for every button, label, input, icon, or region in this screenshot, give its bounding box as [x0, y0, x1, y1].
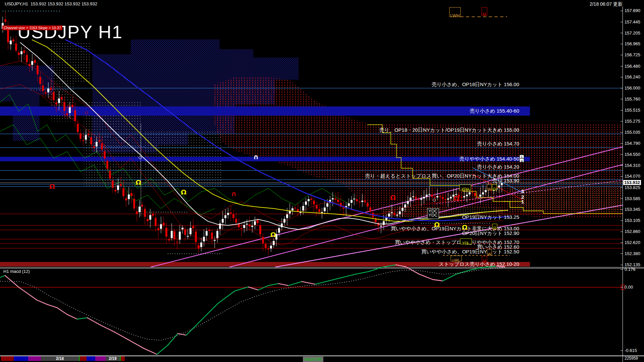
- level-annotation: 売り小さめ、OP18日NYカット 156.00: [432, 81, 519, 87]
- price-tick-label: 156.725: [625, 52, 640, 57]
- macd-main-line: [288, 282, 302, 286]
- session-segment: [79, 356, 80, 361]
- macd-main-line: [19, 287, 37, 300]
- marker-box-label: M: [483, 259, 486, 263]
- mt4-chart-window: ΩΩΩΩΩΩΩΩ∩∩売り小さめ、OP18日NYカット 156.00売り、OP18…: [0, 0, 644, 362]
- marker-box-label: 4: [521, 159, 523, 163]
- price-tick-label: 155.515: [625, 108, 640, 113]
- marker-box-label: D: [493, 226, 496, 230]
- macd-main-line: [419, 274, 433, 280]
- price-tick-label: 157.690: [625, 8, 640, 13]
- band-annotation: 売りやや小さめ 154.40-50: [460, 156, 519, 162]
- level-annotation: OP20日NYカット 152.90: [462, 230, 519, 236]
- price-tick-label: 156.000: [625, 85, 640, 90]
- session-segment: [121, 356, 125, 361]
- macd-main-line: [0, 276, 5, 278]
- session-date-label: 2/19: [109, 356, 117, 361]
- symbol-ohlc-title: USDJPY,H1 153.932 153.932 153.932 153.93…: [5, 1, 97, 6]
- macd-main-line: [258, 286, 268, 290]
- price-tick-label: 152.135: [625, 262, 640, 267]
- price-tick-label: 157.205: [625, 31, 640, 36]
- price-tick-label: 154.070: [625, 174, 640, 179]
- price-tick-label: 152.860: [625, 229, 640, 234]
- macd-main-line: [87, 318, 101, 325]
- macd-main-line: [456, 270, 470, 274]
- level-annotation: 売り、OP18・20日NYカット/OP19日NYカット大きめ 155.00: [379, 127, 519, 133]
- macd-main-line: [406, 267, 419, 274]
- session-segment: [87, 356, 95, 361]
- omega-mark: Ω: [136, 178, 141, 186]
- marker-box-label: M: [483, 12, 486, 17]
- price-tick-label: 155.760: [625, 97, 640, 102]
- macd-main-line: [67, 314, 77, 319]
- marker-box-label: LWL: [452, 258, 460, 262]
- macd-main-line: [186, 320, 201, 335]
- price-tick-label: 154.550: [625, 152, 640, 157]
- session-segment: [120, 356, 121, 361]
- tick-counter: 225959: [625, 356, 638, 361]
- session-segment: [14, 356, 28, 361]
- price-tick-label: 152.380: [625, 251, 640, 256]
- price-tick-label: 152.620: [625, 240, 640, 245]
- price-tick-label: 157.445: [625, 19, 640, 24]
- macd-main-line: [144, 349, 157, 354]
- price-tick-label: 155.275: [625, 119, 640, 124]
- macd-main-line: [302, 282, 315, 284]
- macd-main-line: [47, 304, 57, 308]
- macd-tick-label: -0.615: [625, 348, 637, 353]
- macd-panel: [0, 265, 644, 356]
- price-tick-label: 153.825: [625, 185, 640, 190]
- price-tick-label: 156.240: [625, 74, 640, 79]
- session-date-label: 2/18: [56, 356, 64, 361]
- update-timestamp: 2/18 06:07 更新: [590, 1, 623, 7]
- price-tick-label: 153.105: [625, 218, 640, 223]
- omega-mark: Ω: [49, 182, 55, 190]
- symbol-watermark: USDJPY H1: [17, 21, 123, 42]
- pivot-number: 1: [521, 199, 524, 204]
- macd-main-line: [268, 284, 278, 286]
- marker-box-label: W: [488, 187, 491, 191]
- omega-mark: Ω: [390, 193, 396, 201]
- session-bar[interactable]: 2/182/19: [1, 356, 125, 361]
- macd-main-line: [201, 303, 218, 320]
- macd-main-line: [329, 278, 342, 281]
- macd-main-line: [77, 318, 87, 319]
- session-segment: [28, 356, 41, 361]
- marker-box-label: YDC: [428, 213, 437, 218]
- channel-info-label: Channel size = 1163 Slope = 10.37: [2, 25, 62, 30]
- macd-main-line: [356, 272, 369, 274]
- band-annotation: 売り小さめ 155.40-60: [470, 108, 519, 114]
- level-annotation: 売り小さめ 154.20: [477, 164, 519, 170]
- macd-main-line: [443, 274, 456, 281]
- price-tick-label: 156.965: [625, 41, 640, 46]
- chart-canvas[interactable]: ΩΩΩΩΩΩΩΩ∩∩売り小さめ、OP18日NYカット 156.00売り、OP18…: [0, 0, 644, 362]
- session-segment: [95, 356, 106, 361]
- macd-main-line: [433, 280, 443, 281]
- session-segment: [1, 356, 14, 361]
- omega-mark: Ω: [181, 188, 186, 196]
- marker-box-label: W: [488, 252, 491, 256]
- price-tick-label: 155.035: [625, 130, 640, 135]
- marker-box-label: YDL: [462, 241, 469, 245]
- marker-box-label: YDH: [461, 187, 469, 191]
- price-tick-label: 153.585: [625, 196, 640, 201]
- macd-on-toggle[interactable]: macd ON: [303, 357, 323, 362]
- macd-tick-label: 0.176: [625, 267, 636, 272]
- omega-mark: Ω: [453, 194, 459, 202]
- omega-mark: ∩: [253, 153, 259, 161]
- price-tick-label: 153.345: [625, 207, 640, 212]
- band-annotation: ストップロス売り小さめ 152.10-20: [439, 261, 519, 267]
- level-annotation: 買いやや小さめ、OP19日NYカット 152.50: [421, 249, 519, 254]
- macd-main-line: [235, 287, 248, 291]
- macd-main-line: [315, 281, 329, 284]
- macd-main-line: [57, 308, 67, 314]
- marker-box-label: LWH: [450, 13, 460, 18]
- macd-main-line: [218, 291, 235, 303]
- session-segment: [80, 356, 87, 361]
- macd-main-line: [342, 274, 356, 278]
- omega-mark: Ω: [270, 231, 276, 239]
- pivot-number: 3: [521, 188, 524, 194]
- macd-main-line: [278, 284, 288, 286]
- macd-main-line: [127, 339, 144, 349]
- price-tick-label: 156.480: [625, 64, 640, 69]
